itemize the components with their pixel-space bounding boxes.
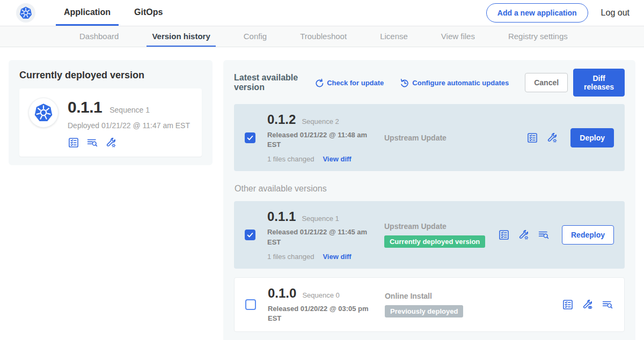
clock-refresh-icon [400, 78, 409, 87]
view-diff-link[interactable]: View diff [323, 155, 351, 163]
version-source: Online Install [385, 292, 499, 300]
version-sequence: Sequence 2 [302, 117, 339, 125]
currently-deployed-title: Currently deployed version [19, 70, 202, 81]
version-number: 0.1.1 [267, 209, 296, 224]
preflight-checklist-icon[interactable] [498, 229, 510, 241]
version-released: Released 01/21/22 @ 11:48 am EST [267, 130, 370, 150]
subnav-version-history[interactable]: Version history [147, 26, 215, 47]
previously-deployed-badge: Previously deployed [385, 305, 463, 317]
view-config-icon[interactable] [582, 299, 594, 311]
kubernetes-logo [16, 3, 35, 23]
files-changed: 1 files changed [267, 155, 314, 163]
deployed-sequence: Sequence 1 [109, 106, 150, 114]
subnav-troubleshoot[interactable]: Troubleshoot [295, 26, 352, 47]
logout-link[interactable]: Log out [601, 8, 630, 18]
diff-releases-button[interactable]: Diff releases [573, 69, 625, 97]
version-checkbox[interactable] [245, 230, 255, 240]
version-row-0-1-0: 0.1.0 Sequence 0 Released 01/20/22 @ 03:… [234, 277, 625, 332]
view-logs-icon[interactable] [86, 137, 98, 149]
subnav-license[interactable]: License [375, 26, 413, 47]
version-history-panel: Latest available version Check for updat… [223, 60, 635, 340]
redeploy-button[interactable]: Redeploy [562, 225, 614, 245]
tab-gitops[interactable]: GitOps [126, 0, 171, 26]
app-kubernetes-icon [29, 98, 58, 127]
version-number: 0.1.0 [268, 286, 296, 301]
version-source: Upstream Update [384, 134, 498, 142]
version-released: Released 01/20/22 @ 03:05 pm EST [268, 304, 371, 323]
version-row-0-1-1: 0.1.1 Sequence 1 Released 01/21/22 @ 11:… [234, 201, 625, 268]
deployed-timestamp: Deployed 01/21/22 @ 11:47 am EST [68, 121, 190, 130]
version-sequence: Sequence 1 [302, 215, 339, 223]
edit-config-icon[interactable] [546, 132, 558, 144]
currently-deployed-card: Currently deployed version 0.1.1 Sequenc… [9, 60, 213, 165]
version-released: Released 01/21/22 @ 11:45 am EST [267, 227, 370, 247]
other-versions-label: Other available versions [235, 184, 625, 194]
main-content: Currently deployed version 0.1.1 Sequenc… [0, 47, 644, 340]
cancel-button[interactable]: Cancel [525, 73, 568, 92]
preflight-checklist-icon[interactable] [562, 299, 574, 311]
version-number: 0.1.2 [267, 112, 296, 127]
subnav-config[interactable]: Config [238, 26, 272, 47]
view-diff-link[interactable]: View diff [323, 253, 351, 261]
currently-deployed-badge: Currently deployed version [384, 235, 485, 248]
edit-config-icon[interactable] [105, 137, 117, 149]
files-changed: 1 files changed [267, 253, 314, 261]
version-checkbox[interactable] [245, 299, 256, 310]
preflight-checklist-icon[interactable] [526, 132, 538, 144]
deployed-version-number: 0.1.1 [68, 98, 102, 116]
top-nav: Application GitOps Add a new application… [0, 0, 644, 26]
latest-version-title: Latest available version [234, 73, 306, 92]
deploy-button[interactable]: Deploy [570, 128, 614, 147]
version-row-0-1-2: 0.1.2 Sequence 2 Released 01/21/22 @ 11:… [234, 104, 625, 171]
subnav-dashboard[interactable]: Dashboard [74, 26, 124, 47]
tab-application[interactable]: Application [56, 0, 119, 26]
version-checkbox[interactable] [245, 132, 255, 143]
subnav-registry-settings[interactable]: Registry settings [503, 26, 573, 47]
version-sequence: Sequence 0 [302, 291, 339, 299]
top-tabs: Application GitOps [56, 0, 171, 26]
refresh-icon [314, 78, 324, 87]
deployed-version-card: 0.1.1 Sequence 1 Deployed 01/21/22 @ 11:… [19, 88, 202, 157]
view-logs-icon[interactable] [602, 299, 613, 311]
check-for-update-link[interactable]: Check for update [314, 78, 384, 87]
version-source: Upstream Update [384, 222, 498, 231]
configure-updates-link[interactable]: Configure automatic updates [400, 78, 509, 87]
app-subnav: Dashboard Version history Config Trouble… [0, 26, 644, 47]
view-logs-icon[interactable] [538, 229, 550, 241]
latest-version-header: Latest available version Check for updat… [234, 69, 625, 97]
add-application-button[interactable]: Add a new application [486, 3, 588, 23]
subnav-view-files[interactable]: View files [436, 26, 480, 47]
edit-config-icon[interactable] [518, 229, 530, 241]
preflight-checklist-icon[interactable] [68, 137, 79, 149]
